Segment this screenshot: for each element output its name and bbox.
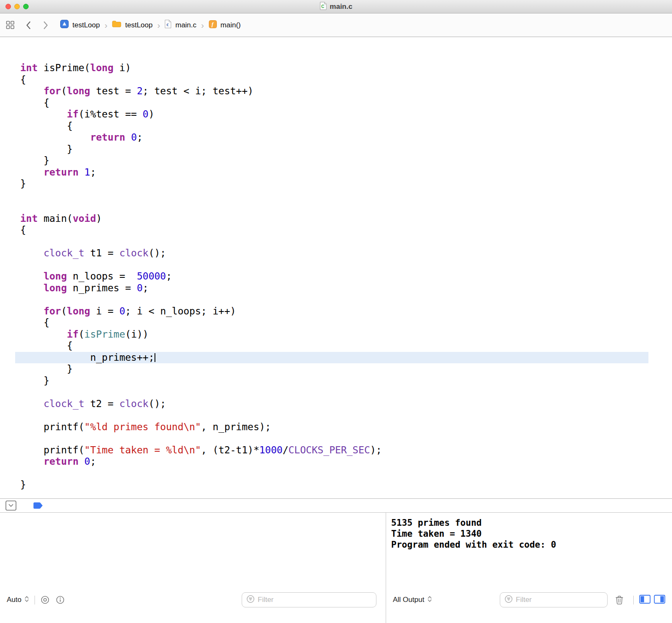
code-line: printf("%ld primes found\n", n_primes); (0, 421, 672, 433)
breadcrumb-item-file[interactable]: c main.c (165, 20, 196, 30)
variables-scope-dropdown[interactable]: Auto (7, 595, 29, 605)
breadcrumb-item-group[interactable]: testLoop (112, 20, 152, 30)
hide-debug-area-button[interactable] (5, 501, 16, 511)
text-cursor (155, 353, 155, 362)
code-line (0, 410, 672, 421)
forward-button[interactable] (43, 21, 48, 29)
chevron-updown-icon (24, 595, 29, 605)
filter-icon (504, 594, 513, 605)
variables-pane: Auto (0, 513, 386, 623)
code-line: } (0, 155, 672, 167)
code-line: { (0, 224, 672, 236)
debug-area-toolbar (0, 498, 672, 513)
debug-area: Auto (0, 513, 672, 623)
divider (633, 596, 634, 604)
code-line: } (0, 178, 672, 190)
code-line: for(long test = 2; test < i; test++) (0, 85, 672, 97)
code-line: clock_t t2 = clock(); (0, 398, 672, 410)
code-line: } (0, 144, 672, 155)
console-line: Program ended with exit code: 0 (391, 539, 667, 550)
show-values-button[interactable] (40, 595, 50, 604)
breadcrumb-separator: › (201, 21, 204, 29)
jump-bar: testLoop › testLoop › c main.c › (0, 13, 672, 37)
info-button[interactable] (56, 595, 65, 604)
code-line (0, 294, 672, 306)
chevron-updown-icon (427, 595, 432, 605)
c-file-icon: c (165, 20, 171, 30)
console-filter-field[interactable] (500, 592, 608, 607)
traffic-lights (5, 0, 29, 13)
close-button[interactable] (5, 4, 11, 9)
minimize-button[interactable] (14, 4, 20, 9)
code-line: int isPrime(long i) (0, 62, 672, 74)
code-line: clock_t t1 = clock(); (0, 248, 672, 259)
breakpoints-toggle-button[interactable] (33, 502, 43, 509)
variables-filter-field[interactable] (242, 592, 376, 607)
related-items-button[interactable] (6, 21, 15, 29)
code-line (0, 386, 672, 398)
console-line: 5135 primes found (391, 517, 667, 528)
console-output[interactable]: 5135 primes found Time taken = 1340 Prog… (386, 513, 672, 588)
code-line: { (0, 317, 672, 329)
project-icon (60, 20, 69, 30)
code-line: long n_primes = 0; (0, 282, 672, 294)
breadcrumb-item-function[interactable]: f main() (209, 20, 241, 30)
code-line: return 0; (0, 132, 672, 144)
code-line (0, 433, 672, 445)
code-line: } (0, 375, 672, 387)
output-scope-dropdown[interactable]: All Output (393, 595, 432, 605)
code-line: if(i%test == 0) (0, 109, 672, 120)
code-line: long n_loops = 50000; (0, 271, 672, 282)
breadcrumb-separator: › (104, 21, 107, 29)
code-line (0, 236, 672, 248)
code-line: { (0, 97, 672, 109)
filter-icon (246, 594, 255, 605)
svg-text:c: c (167, 21, 169, 27)
console-filter-input[interactable] (516, 596, 603, 604)
code-line: int main(void) (0, 213, 672, 225)
variables-filter-input[interactable] (258, 596, 372, 604)
code-line: } (0, 479, 672, 491)
show-variables-view-button[interactable] (639, 595, 651, 605)
show-console-button[interactable] (654, 595, 665, 605)
code-line: } (0, 363, 672, 375)
clear-console-button[interactable] (615, 595, 624, 604)
console-line: Time taken = 1340 (391, 528, 667, 539)
back-button[interactable] (26, 21, 31, 29)
code-line (0, 190, 672, 202)
code-line: { (0, 120, 672, 132)
code-line: { (0, 340, 672, 352)
divider (35, 596, 35, 604)
console-pane: 5135 primes found Time taken = 1340 Prog… (386, 513, 672, 623)
code-line: return 1; (0, 167, 672, 178)
code-editor[interactable]: int isPrime(long i){ for(long test = 2; … (0, 37, 672, 498)
breadcrumb-item-project[interactable]: testLoop (60, 20, 100, 30)
svg-text:C: C (321, 4, 324, 9)
zoom-button[interactable] (23, 4, 29, 9)
code-line: n_primes++; (15, 352, 648, 364)
folder-icon (112, 20, 121, 30)
code-line (0, 201, 672, 213)
code-line (0, 259, 672, 271)
document-proxy-icon[interactable]: C (320, 2, 327, 12)
window-title: main.c (330, 3, 352, 11)
breadcrumb-separator: › (157, 21, 160, 29)
code-line: return 0; (0, 456, 672, 468)
variables-bar: Auto (0, 588, 386, 623)
function-icon: f (209, 20, 217, 30)
code-line: { (0, 74, 672, 86)
code-line: if(isPrime(i)) (0, 329, 672, 341)
xcode-window: C main.c (0, 0, 672, 623)
code-line: for(long i = 0; i < n_loops; i++) (0, 306, 672, 317)
code-line: printf("Time taken = %ld\n", (t2-t1)*100… (0, 445, 672, 456)
variables-view (0, 513, 386, 588)
console-bar: All Output (386, 588, 672, 623)
code-lines: int isPrime(long i){ for(long test = 2; … (0, 62, 672, 491)
titlebar: C main.c (0, 0, 672, 13)
code-line (0, 468, 672, 479)
